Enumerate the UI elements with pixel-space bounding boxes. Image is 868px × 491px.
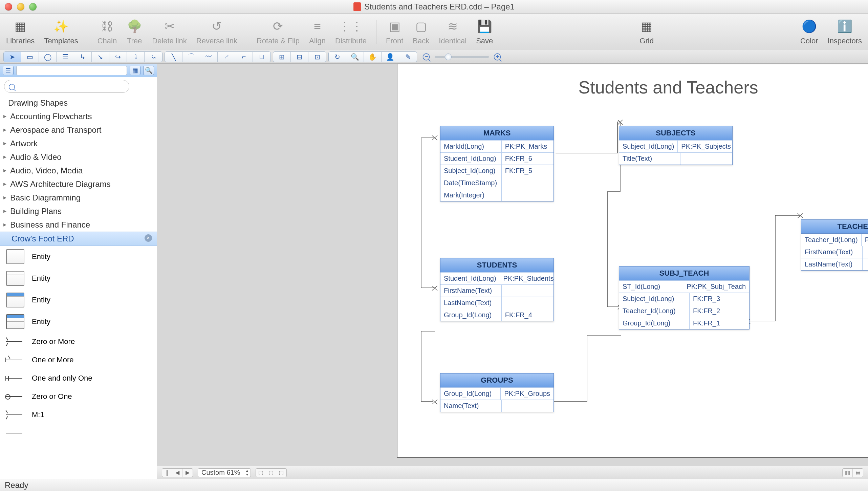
active-library-label: Crow's Foot ERD [12,234,74,243]
zoom-combo[interactable]: Custom 61% ▲▼ [198,468,251,477]
zoom-window-button[interactable] [29,3,37,10]
line-tool-6[interactable]: ⊔ [253,52,270,62]
distribute-button[interactable]: ⋮⋮Distribute [335,18,367,45]
save-button[interactable]: 💾Save [476,18,493,45]
snap-tools-segment: ⊞ ⊟ ⊡ [273,51,326,62]
tree-button[interactable]: 🌳Tree [126,18,143,45]
snap-tool-2[interactable]: ⊟ [291,52,308,62]
front-button[interactable]: ▣Front [386,18,403,45]
back-button[interactable]: ▢Back [413,18,429,45]
entity-students[interactable]: STUDENTS Student_Id(Long)PK:PK_Students … [440,258,554,321]
category-item[interactable]: Audio, Video, Media [0,164,157,177]
shape-label: Entity [32,317,50,326]
connector-tool-5[interactable]: ⤿ [145,52,162,62]
close-window-button[interactable] [5,3,12,10]
shape-item[interactable]: Zero or More [0,333,157,351]
category-item[interactable]: Audio & Video [0,150,157,164]
view-preset-1[interactable]: ▢ [256,469,266,477]
rotate-flip-button[interactable]: ⟳Rotate & Flip [257,18,300,45]
snap-tool-3[interactable]: ⊡ [308,52,326,62]
zoom-in-icon[interactable]: + [494,53,501,60]
toolbar-separator [376,20,376,44]
shape-item[interactable]: Entity [0,311,157,333]
category-item[interactable]: Basic Diagramming [0,191,157,205]
page-prev[interactable]: ◀ [172,469,182,477]
category-item[interactable]: Aerospace and Transport [0,123,157,137]
line-tool-2[interactable]: ⌒ [182,52,200,62]
shape-label: One and only One [32,374,92,383]
color-button[interactable]: 🔵Color [800,18,818,45]
pointer-tool[interactable]: ➤ [4,52,21,62]
active-library-header[interactable]: Crow's Foot ERD × [0,232,157,246]
entity-header: SUBJ_TEACH [619,266,749,280]
libraries-button[interactable]: ▦Libraries [6,18,35,45]
category-item[interactable]: Building Plans [0,205,157,218]
connector-tool-2[interactable]: ↘ [92,52,109,62]
search-toggle-icon[interactable]: 🔍 [143,66,154,75]
minimize-window-button[interactable] [17,3,24,10]
connector-tool-1[interactable]: ↳ [74,52,92,62]
shape-search-input[interactable] [4,80,129,93]
shape-item[interactable]: Zero or One [0,387,157,406]
sidebar-header-tools: ☰ ▦ 🔍 [0,64,157,77]
delete-link-icon: ✂ [161,18,178,35]
chain-button[interactable]: ⛓Chain [97,18,117,45]
entity-teachers[interactable]: TEACHERS Teacher_Id(Long)PK:PK_Teachers … [801,219,868,271]
ellipse-tool[interactable]: ◯ [39,52,57,62]
text-tool[interactable]: ☰ [57,52,74,62]
canvas-viewport[interactable]: Students and Teachers [157,64,868,466]
line-tool-5[interactable]: ⌐ [235,52,253,62]
close-library-icon[interactable]: × [145,234,152,242]
inspectors-button[interactable]: ℹ️Inspectors [828,18,862,45]
zoom-stepper[interactable]: ▲▼ [244,469,251,477]
shape-item[interactable]: Entity [0,246,157,268]
templates-button[interactable]: ✨Templates [44,18,78,45]
zoom-slider[interactable] [435,56,489,58]
category-item[interactable]: Artwork [0,137,157,150]
shape-item[interactable]: One or More [0,351,157,369]
line-tool-1[interactable]: ╲ [165,52,182,62]
library-view-icon[interactable]: ☰ [3,66,14,75]
view-preset-2[interactable]: ▢ [266,469,276,477]
color-icon: 🔵 [801,18,817,35]
pan-tool[interactable]: ✋ [364,52,382,62]
snap-tool-1[interactable]: ⊞ [273,52,291,62]
align-button[interactable]: ≡Align [309,18,326,45]
line-tool-3[interactable]: 〰 [200,52,218,62]
shape-item[interactable]: Entity [0,268,157,289]
shape-item[interactable]: M:1 [0,406,157,424]
view-preset-3[interactable]: ▢ [276,469,286,477]
grid-button[interactable]: ▦Grid [638,18,655,45]
sidebar-filter-input[interactable] [16,66,127,75]
line-tool-4[interactable]: ⟋ [218,52,235,62]
shape-item[interactable]: One and only One [0,369,157,387]
shape-tools-segment: ➤ ▭ ◯ ☰ ↳ ↘ ↪ ⤵ ⤿ [3,51,162,62]
reverse-link-button[interactable]: ↺Reverse link [196,18,237,45]
connector-tool-3[interactable]: ↪ [109,52,127,62]
zoom-tool[interactable]: 🔍 [346,52,364,62]
user-tool[interactable]: 👤 [382,52,399,62]
shape-item[interactable]: Entity [0,289,157,311]
entity-subjects[interactable]: SUBJECTS Subject_Id(Long)PK:PK_Subjects … [619,126,733,165]
layout-1[interactable]: ▥ [843,469,853,477]
zoom-out-icon[interactable]: − [423,53,430,60]
entity-groups[interactable]: GROUPS Group_Id(Long)PK:PK_Groups Name(T… [440,373,554,412]
category-item[interactable]: Business and Finance [0,218,157,232]
page-next[interactable]: ▶ [182,469,193,477]
wand-tool[interactable]: ✎ [399,52,417,62]
category-item[interactable]: Accounting Flowcharts [0,110,157,123]
entity-subj-teach[interactable]: SUBJ_TEACH ST_Id(Long)PK:PK_Subj_Teach S… [619,266,750,329]
rect-tool[interactable]: ▭ [21,52,39,62]
page-pause[interactable]: ‖ [162,469,172,477]
grid-view-icon[interactable]: ▦ [130,66,140,75]
connector-tool-4[interactable]: ⤵ [127,52,145,62]
zoom-knob[interactable] [445,54,452,60]
identical-button[interactable]: ≋Identical [439,18,466,45]
category-item[interactable]: AWS Architecture Diagrams [0,177,157,191]
layout-2[interactable]: ▤ [853,469,863,477]
delete-link-button[interactable]: ✂Delete link [152,18,187,45]
refresh-tool[interactable]: ↻ [329,52,346,62]
entity-marks[interactable]: MARKS MarkId(Long)PK:PK_Marks Student_Id… [440,126,554,201]
entity-header: TEACHERS [801,220,868,234]
shape-item[interactable] [0,424,157,442]
